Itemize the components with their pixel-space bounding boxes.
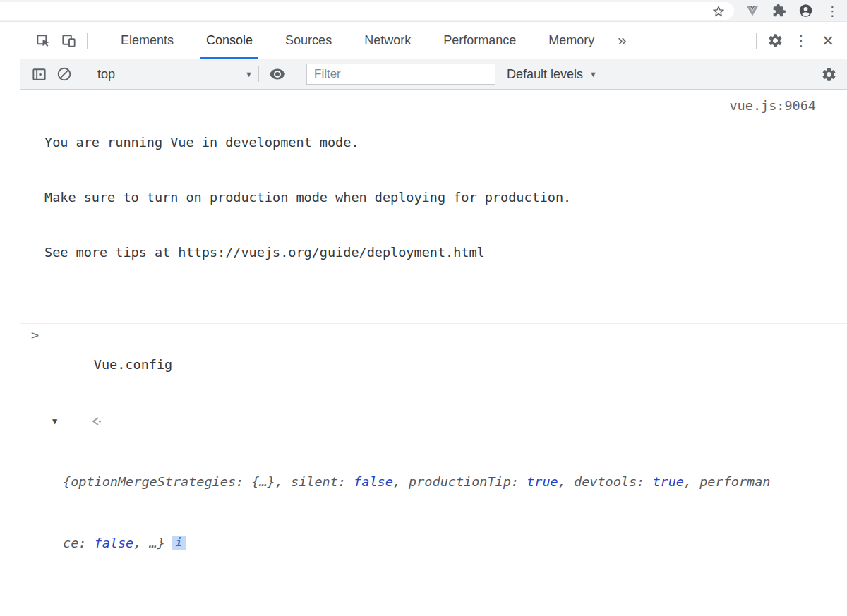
console-messages-area: You are running Vue in development mode.… xyxy=(20,90,847,616)
profile-avatar-icon[interactable] xyxy=(798,4,813,18)
live-expression-eye-icon[interactable] xyxy=(265,61,290,87)
tab-memory[interactable]: Memory xyxy=(541,23,601,59)
log-levels-select[interactable]: Default levels ▼ xyxy=(507,67,597,82)
value-token: true xyxy=(527,474,558,489)
devtools-panel: ElementsConsoleSourcesNetworkPerformance… xyxy=(20,23,847,616)
browser-toolbar: ⋮ xyxy=(0,0,847,22)
extensions-puzzle-icon[interactable] xyxy=(771,4,786,18)
value-token: , devtools: xyxy=(558,474,653,489)
tab-network[interactable]: Network xyxy=(357,23,418,59)
console-warning-message: You are running Vue in development mode.… xyxy=(20,90,847,324)
divider xyxy=(810,66,810,82)
value-token: false xyxy=(95,536,134,550)
inspect-element-icon[interactable] xyxy=(30,28,56,54)
tab-strip: ElementsConsoleSourcesNetworkPerformance… xyxy=(104,23,611,59)
levels-label: Default levels xyxy=(507,67,583,82)
chevron-down-icon: ▼ xyxy=(245,70,253,78)
tab-elements[interactable]: Elements xyxy=(114,23,181,59)
more-tabs-icon[interactable]: » xyxy=(618,32,626,50)
deployment-guide-link[interactable]: https://vuejs.org/guide/deployment.html xyxy=(178,245,484,260)
warning-line: See more tips at https://vuejs.org/guide… xyxy=(44,243,706,262)
chevron-down-icon: ▼ xyxy=(589,70,597,78)
clear-console-icon[interactable] xyxy=(52,61,77,87)
warning-line: Make sure to turn on production mode whe… xyxy=(44,188,706,207)
value-token: true xyxy=(652,474,684,489)
divider xyxy=(258,66,259,82)
warning-line: You are running Vue in development mode. xyxy=(44,133,706,152)
object-preview-line: {optionMergeStrategies: {…}, silent: fal… xyxy=(63,471,847,492)
value-token: , productionTip: xyxy=(393,474,527,489)
object-preview-line: ce: false, …}i xyxy=(63,533,847,553)
tab-performance[interactable]: Performance xyxy=(436,23,523,59)
collapse-caret-icon[interactable]: ▼ xyxy=(52,411,57,432)
command-chevron-icon: > xyxy=(31,327,39,342)
console-toolbar: top ▼ Default levels ▼ xyxy=(20,59,847,90)
value-token: ce: xyxy=(63,536,95,550)
devtools-menu-icon[interactable]: ⋮ xyxy=(788,32,815,49)
filter-input[interactable] xyxy=(306,64,495,85)
warning-text: See more tips at xyxy=(44,245,178,260)
divider xyxy=(756,33,757,49)
divider xyxy=(296,66,296,82)
close-icon[interactable]: ✕ xyxy=(815,32,841,49)
context-label: top xyxy=(97,67,115,82)
tab-sources[interactable]: Sources xyxy=(278,23,339,59)
value-token: {optionMergeStrategies: {…}, silent: xyxy=(63,474,354,489)
value-token: , performan xyxy=(684,474,771,489)
expanded-object-properties: async: truedevtools: trueerrorHandler: n… xyxy=(20,596,847,616)
value-token: false xyxy=(354,474,393,489)
device-toolbar-icon[interactable] xyxy=(56,28,81,54)
console-result-preview[interactable]: ▼ {optionMergeStrategies: {…}, silent: f… xyxy=(20,388,847,596)
info-icon[interactable]: i xyxy=(172,536,186,550)
bookmark-star-icon[interactable] xyxy=(711,4,726,18)
console-command-row: > Vue.config xyxy=(20,324,847,388)
annotation-arrow xyxy=(20,596,847,616)
tabbar-right-controls: ⋮ ✕ xyxy=(750,28,841,54)
source-location-link[interactable]: vue.js:9064 xyxy=(729,97,816,115)
command-text: Vue.config xyxy=(94,357,172,372)
divider xyxy=(83,66,83,82)
console-settings-gear-icon[interactable] xyxy=(816,61,841,87)
returned-value-icon xyxy=(27,392,102,453)
devtools-tabbar: ElementsConsoleSourcesNetworkPerformance… xyxy=(20,23,847,59)
value-token: , …} xyxy=(133,536,165,550)
address-bar[interactable] xyxy=(0,2,734,20)
divider xyxy=(87,33,88,49)
vue-devtools-icon[interactable] xyxy=(745,4,759,18)
javascript-context-select[interactable]: top ▼ xyxy=(89,67,253,82)
tab-console[interactable]: Console xyxy=(199,23,260,59)
browser-menu-icon[interactable]: ⋮ xyxy=(825,4,840,18)
settings-gear-icon[interactable] xyxy=(762,28,788,54)
console-sidebar-icon[interactable] xyxy=(26,61,52,87)
